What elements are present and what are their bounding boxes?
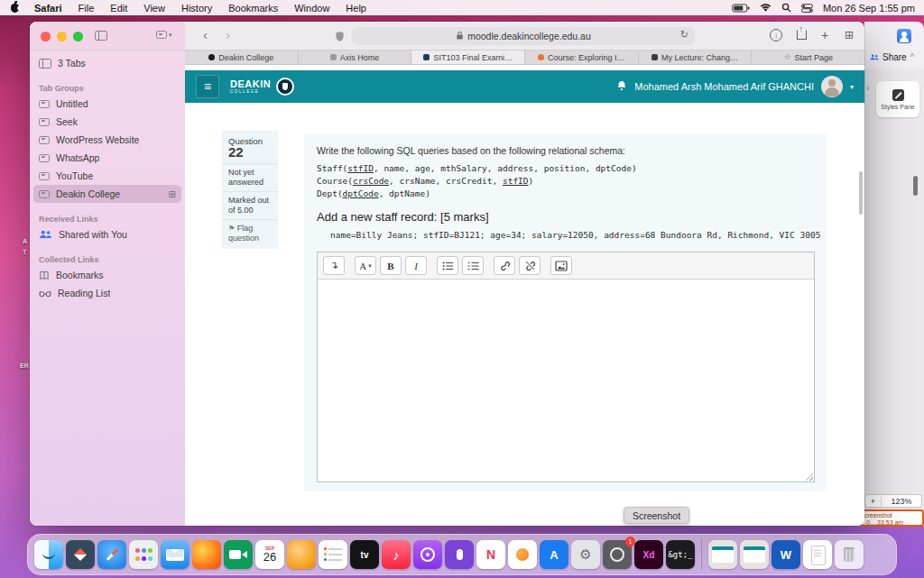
dock-documents-icon[interactable] <box>803 540 832 569</box>
menu-file[interactable]: File <box>70 3 103 14</box>
menu-history[interactable]: History <box>173 3 220 14</box>
zoom-control[interactable]: + 123% <box>864 494 922 508</box>
tab-sit103-final-exam[interactable]: SIT103 Final Exami… <box>411 50 525 64</box>
dock-news-icon[interactable]: N <box>476 540 505 569</box>
unlink-button[interactable] <box>519 256 541 275</box>
dock-orange-app-icon[interactable] <box>508 540 537 569</box>
dock-maps-icon[interactable] <box>66 540 95 569</box>
grid-view-icon[interactable]: ⊞ <box>169 189 176 199</box>
sidebar-item-youtube[interactable]: YouTube <box>33 167 181 185</box>
numbered-list-button[interactable] <box>462 256 484 275</box>
sidebar-item-deakin-college[interactable]: Deakin College ⊞ <box>33 185 181 203</box>
notification-bell-icon[interactable] <box>616 78 627 95</box>
tab-deakin-college[interactable]: Deakin College <box>185 50 299 64</box>
menu-edit[interactable]: Edit <box>102 3 135 14</box>
menu-window[interactable]: Window <box>286 3 337 14</box>
italic-button[interactable]: I <box>405 256 427 275</box>
deakin-college-logo[interactable]: DEAKIN COLLEGE <box>230 79 271 95</box>
link-button[interactable] <box>494 256 515 275</box>
menu-help[interactable]: Help <box>337 3 374 14</box>
dock-minimized-window-1[interactable] <box>708 540 737 569</box>
dock-appstore-icon[interactable]: A <box>540 540 568 569</box>
apple-menu-icon[interactable] <box>11 4 19 13</box>
sidebar-item-shared-with-you[interactable]: Shared with You <box>33 225 181 243</box>
hamburger-menu-button[interactable]: ≡ <box>196 75 219 98</box>
dock-firefox-icon[interactable] <box>192 540 221 569</box>
back-button[interactable]: ‹ <box>203 27 208 43</box>
address-bar[interactable]: moodle.deakincollege.edu.au ↻ <box>352 27 695 45</box>
menubar-clock[interactable]: Mon 26 Sep 1:55 pm <box>823 3 915 14</box>
dock-music-icon[interactable]: ♪ <box>382 540 411 569</box>
tab-my-lecture[interactable]: My Lecture: Chang… <box>639 50 753 64</box>
flag-question-link[interactable]: ⚑ Flag question <box>228 224 272 243</box>
bullet-list-button[interactable] <box>437 256 458 275</box>
dock-video-call-icon[interactable] <box>224 540 253 569</box>
window-close-button[interactable] <box>41 32 51 41</box>
reload-icon[interactable]: ↻ <box>680 29 688 41</box>
dock-calendar-icon[interactable]: SEP 26 <box>255 540 284 569</box>
styles-pane-button[interactable]: Styles Pane <box>876 81 919 117</box>
tab-group-picker-icon[interactable]: ▾ <box>156 31 172 39</box>
answer-textarea[interactable] <box>318 280 814 482</box>
battery-icon[interactable] <box>732 4 750 13</box>
dock-podcasts-icon[interactable] <box>413 540 442 569</box>
share-control[interactable]: Share ^ <box>870 52 914 62</box>
new-tab-button[interactable]: + <box>821 28 828 42</box>
panel-chevron-icon[interactable]: › <box>866 83 869 93</box>
dock-amazon-music-icon[interactable] <box>287 540 316 569</box>
paragraph-style-button[interactable]: A▾ <box>355 256 376 275</box>
tab-overview-button[interactable]: ⊞ <box>845 30 854 41</box>
collapse-toolbar-button[interactable]: ↴ <box>323 256 345 275</box>
sidebar-item-wordpress-website[interactable]: WordPress Website <box>33 131 181 149</box>
privacy-shield-icon[interactable] <box>335 30 345 46</box>
wifi-icon[interactable] <box>760 4 772 13</box>
sidebar-item-reading-list[interactable]: Reading List <box>33 284 181 302</box>
background-scrollbar[interactable] <box>913 176 918 196</box>
search-icon[interactable] <box>781 3 791 13</box>
profile-icon[interactable] <box>897 29 911 43</box>
insert-image-button[interactable] <box>550 256 572 275</box>
tabs-count-header[interactable]: 3 Tabs <box>39 54 176 72</box>
user-name[interactable]: Mohamed Arsh Mohamed Arif GHANCHI <box>634 81 814 92</box>
resize-handle[interactable] <box>804 472 813 481</box>
question-marks: Marked out of 5.00 <box>228 196 272 216</box>
downloads-button[interactable]: ↓ <box>770 29 782 41</box>
dock-terminal-icon[interactable]: &gt;_ <box>666 540 695 569</box>
user-menu-caret-icon[interactable]: ▾ <box>850 83 854 91</box>
zoom-plus-button[interactable]: + <box>865 497 882 506</box>
sidebar-item-untitled[interactable]: Untitled <box>33 95 181 113</box>
dock-reminders-icon[interactable] <box>319 540 347 569</box>
window-minimize-button[interactable] <box>57 32 67 41</box>
dock-word-icon[interactable]: W <box>772 540 800 569</box>
user-avatar[interactable] <box>821 76 843 97</box>
dock-trash-icon[interactable] <box>835 540 864 569</box>
dock-mail-icon[interactable] <box>161 540 189 569</box>
tab-start-page[interactable]: ☆ Start Page <box>752 50 864 64</box>
dock-launchpad-icon[interactable] <box>129 540 158 569</box>
lock-icon <box>456 31 464 42</box>
dock-finder-icon[interactable] <box>34 540 63 569</box>
bold-button[interactable]: B <box>380 256 402 275</box>
tab-axis-home[interactable]: Axis Home <box>299 50 412 64</box>
tab-course-exploring[interactable]: Course: Exploring I… <box>525 50 639 64</box>
dock-screenshot-icon[interactable]: 1 <box>603 540 632 569</box>
window-zoom-button[interactable] <box>73 32 83 41</box>
dock-voice-memos-icon[interactable] <box>445 540 474 569</box>
control-center-icon[interactable] <box>801 4 813 13</box>
sidebar-item-bookmarks[interactable]: Bookmarks <box>33 266 181 284</box>
menu-view[interactable]: View <box>135 3 173 14</box>
sidebar-toggle-icon[interactable] <box>95 31 107 41</box>
dock-appletv-icon[interactable]: tv <box>350 540 379 569</box>
dock-minimized-window-2[interactable] <box>740 540 769 569</box>
forward-button[interactable]: › <box>226 27 230 43</box>
dock-adobe-xd-icon[interactable]: Xd <box>634 540 663 569</box>
menu-safari[interactable]: Safari <box>26 3 70 14</box>
menu-bookmarks[interactable]: Bookmarks <box>220 3 286 14</box>
page-scrollbar[interactable] <box>859 171 863 215</box>
dock-settings-icon[interactable]: ⚙ <box>571 540 600 569</box>
share-button[interactable]: ↑ <box>797 30 807 40</box>
sidebar-item-seek[interactable]: Seek <box>33 113 181 131</box>
dock-safari-icon[interactable] <box>97 540 126 569</box>
sidebar-item-whatsapp[interactable]: WhatsApp <box>33 149 181 167</box>
screenshot-notification[interactable]: creenshot -0,...33.53 am <box>860 509 924 527</box>
